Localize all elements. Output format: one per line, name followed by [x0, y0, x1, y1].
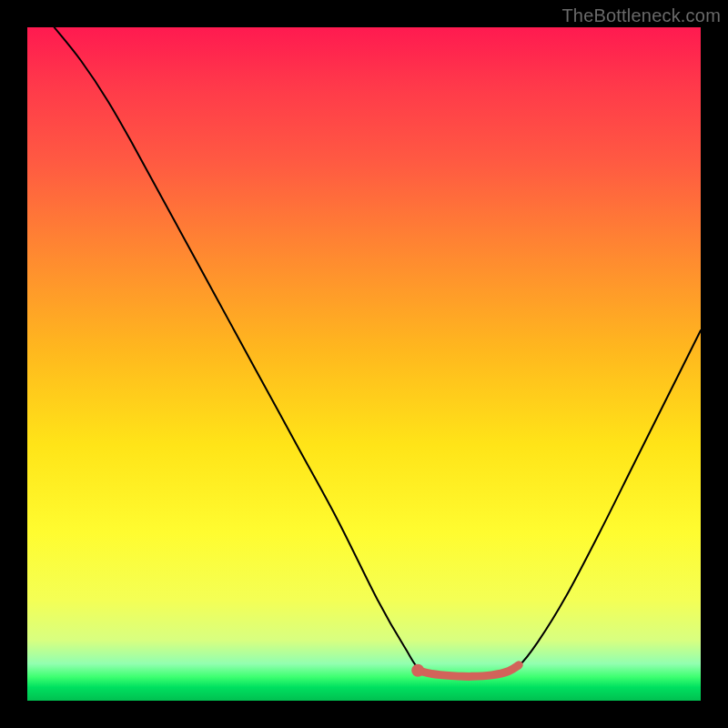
series-bottleneck-curve [55, 27, 701, 677]
series-flat-zone-marker-endpoint [411, 664, 424, 677]
series-flat-zone-marker [418, 665, 519, 677]
chart-frame [27, 27, 701, 701]
series-layer [55, 27, 701, 677]
chart-svg [27, 27, 701, 701]
watermark-text: TheBottleneck.com [561, 5, 721, 26]
